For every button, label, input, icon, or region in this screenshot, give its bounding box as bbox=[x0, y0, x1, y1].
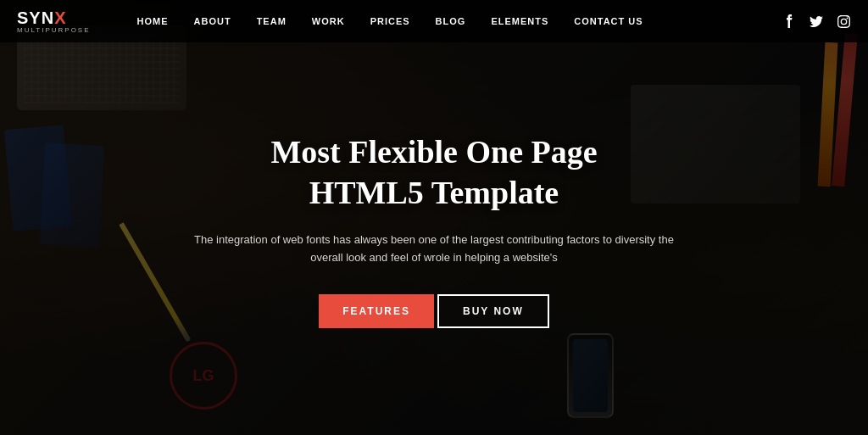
facebook-icon[interactable] bbox=[782, 14, 797, 29]
nav-links: HOME ABOUT TEAM WORK PRICES BLOG ELEMENT… bbox=[125, 0, 773, 42]
hero-content: Most Flexible One Page HTML5 Template Th… bbox=[0, 25, 868, 435]
nav-team[interactable]: TEAM bbox=[244, 0, 299, 42]
nav-home[interactable]: HOME bbox=[125, 0, 181, 42]
logo-text: SYNX bbox=[17, 9, 66, 26]
logo-syn: SYN bbox=[17, 8, 54, 27]
logo-subtitle: Multipurpose bbox=[17, 26, 91, 34]
nav-work[interactable]: WORK bbox=[299, 0, 358, 42]
buy-now-button[interactable]: BUY NOW bbox=[437, 294, 549, 328]
hero-title: Most Flexible One Page HTML5 Template bbox=[270, 132, 597, 213]
nav-contact[interactable]: CONTACT US bbox=[561, 0, 655, 42]
nav-blog[interactable]: BLOG bbox=[423, 0, 479, 42]
hero-subtitle: The integration of web fonts has always … bbox=[188, 231, 680, 267]
hero-buttons: FEATURES BUY NOW bbox=[319, 294, 549, 328]
hero-title-line2: HTML5 Template bbox=[309, 175, 559, 210]
instagram-icon[interactable] bbox=[836, 14, 851, 29]
logo[interactable]: SYNX Multipurpose bbox=[17, 9, 91, 34]
hero-title-line1: Most Flexible One Page bbox=[270, 134, 597, 170]
nav-about[interactable]: ABOUT bbox=[181, 0, 244, 42]
features-button[interactable]: FEATURES bbox=[319, 294, 434, 328]
twitter-icon[interactable] bbox=[809, 14, 824, 29]
navbar: SYNX Multipurpose HOME ABOUT TEAM WORK P… bbox=[0, 0, 868, 42]
nav-elements[interactable]: ELEMENTS bbox=[478, 0, 561, 42]
nav-prices[interactable]: PRICES bbox=[358, 0, 423, 42]
nav-social bbox=[782, 14, 851, 29]
logo-x: X bbox=[54, 8, 66, 27]
